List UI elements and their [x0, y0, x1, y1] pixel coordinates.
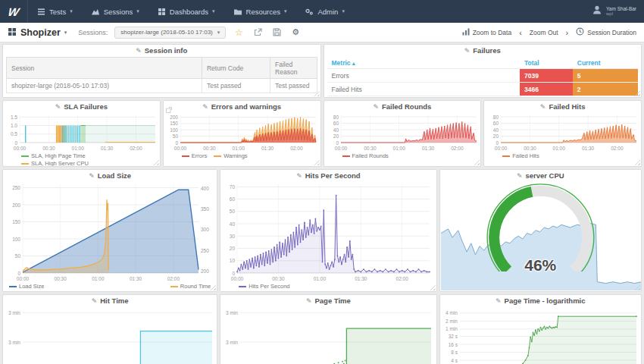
- svg-text:00:00: 00:00: [334, 146, 347, 151]
- svg-text:10: 10: [230, 258, 236, 263]
- edit-icon[interactable]: ✎: [92, 297, 98, 305]
- edit-icon[interactable]: ✎: [136, 47, 142, 55]
- session-info-table: Session Return Code Failed Reason shopiz…: [6, 57, 317, 93]
- hit-time-chart[interactable]: 3 min3 min2 min: [3, 306, 217, 364]
- svg-text:00:30: 00:30: [273, 276, 286, 281]
- svg-text:20: 20: [230, 246, 236, 251]
- popout-icon[interactable]: [166, 102, 172, 116]
- load-size-panel: ✎Load Size 05010015020025020025030035040…: [2, 169, 217, 292]
- legend-item[interactable]: Round Time: [170, 283, 211, 290]
- legend-item[interactable]: Errors: [182, 152, 207, 159]
- legend-item[interactable]: Failed Hits: [502, 152, 539, 159]
- legend-item[interactable]: Load Size: [9, 283, 44, 290]
- svg-text:200: 200: [201, 268, 209, 274]
- svg-text:200: 200: [12, 202, 20, 208]
- table-row[interactable]: Errors 7039 5: [327, 69, 639, 83]
- user-menu[interactable]: Yam Shal-Bar wpl: [584, 0, 644, 23]
- panel-title: server CPU: [525, 171, 564, 180]
- col-current[interactable]: Current: [573, 57, 638, 69]
- edit-icon[interactable]: ✎: [202, 103, 208, 111]
- legend-item[interactable]: Warnings: [214, 152, 247, 159]
- svg-text:01:00: 01:00: [92, 276, 105, 281]
- edit-icon[interactable]: ✎: [306, 297, 312, 305]
- return-code-cell: Test passed: [202, 79, 270, 93]
- chevron-down-icon: ▾: [342, 8, 345, 14]
- app-logo[interactable]: W: [0, 0, 28, 23]
- svg-text:80: 80: [333, 115, 339, 120]
- session-duration-button[interactable]: Session Duration: [576, 27, 636, 37]
- col-metric[interactable]: Metric ▴: [327, 57, 521, 69]
- panel-title: Session info: [145, 46, 187, 55]
- svg-text:50: 50: [173, 133, 179, 139]
- svg-text:50: 50: [15, 253, 21, 259]
- load-size-chart[interactable]: 05010015020025020025030035040000:0000:30…: [3, 181, 217, 282]
- clock-icon: [576, 27, 584, 37]
- svg-text:00:00: 00:00: [174, 146, 187, 151]
- svg-text:00:30: 00:30: [203, 146, 216, 151]
- zoom-to-data-label: Zoom to Data: [473, 29, 512, 36]
- legend-item[interactable]: SLA, High Page Time: [21, 152, 86, 159]
- svg-text:100: 100: [170, 127, 178, 133]
- edit-icon[interactable]: ✎: [464, 47, 470, 55]
- zoom-out-button[interactable]: Zoom Out: [530, 29, 558, 36]
- hits-per-second-chart[interactable]: 01020304050607000:0000:3001:0001:3002:00: [220, 181, 436, 282]
- current-cell: 2: [573, 83, 638, 96]
- menu-sessions[interactable]: Sessions ▾: [82, 0, 148, 23]
- legend-item[interactable]: SLA, High Server CPU: [21, 160, 89, 167]
- legend-item[interactable]: Hits Per Second: [239, 283, 289, 290]
- menu-dashboards[interactable]: Dashboards ▾: [148, 0, 224, 23]
- edit-icon[interactable]: ✎: [373, 103, 379, 111]
- table-row[interactable]: Failed Hits 3466 2: [327, 83, 639, 96]
- menu-admin[interactable]: Admin ▾: [295, 0, 353, 23]
- errors-warnings-chart[interactable]: 05010015020000:0000:3001:0001:3002:00: [164, 112, 320, 152]
- session-info-panel: ✎Session info Session Return Code Failed…: [2, 44, 321, 98]
- chevron-right-icon[interactable]: ›: [566, 29, 569, 36]
- edit-icon[interactable]: ✎: [517, 172, 523, 180]
- svg-text:150: 150: [12, 219, 20, 224]
- svg-text:00:00: 00:00: [17, 276, 30, 281]
- table-row[interactable]: shopizer-large (2018-05-10 17:03) Test p…: [7, 79, 317, 93]
- legend-item[interactable]: Failed Rounds: [342, 152, 389, 159]
- total-cell: 7039: [520, 69, 573, 83]
- menu-resources[interactable]: Resources ▾: [224, 0, 296, 23]
- svg-text:3 min: 3 min: [8, 340, 20, 345]
- edit-icon[interactable]: ✎: [55, 103, 61, 111]
- main-menu: Tests ▾ Sessions ▾ Dashboards ▾ Resource…: [28, 0, 354, 23]
- gear-icon[interactable]: ⚙: [289, 28, 302, 36]
- failed-rounds-chart[interactable]: 02040608000:0000:3001:0001:3002:00: [324, 112, 481, 152]
- svg-text:3 min: 3 min: [226, 340, 238, 345]
- svg-text:300: 300: [201, 227, 209, 232]
- svg-text:01:30: 01:30: [101, 146, 114, 151]
- session-select[interactable]: shopizer-large (2018-05-10 17:03) ▾: [114, 27, 226, 39]
- svg-text:02:00: 02:00: [130, 146, 142, 151]
- menu-tests[interactable]: Tests ▾: [28, 0, 82, 23]
- chevron-down-icon: ▾: [212, 8, 215, 14]
- edit-icon[interactable]: ✎: [496, 297, 502, 305]
- menu-label: Admin: [317, 8, 338, 16]
- page-time-chart[interactable]: 3 min3 min2 min: [220, 306, 436, 364]
- export-icon[interactable]: [252, 28, 264, 36]
- zoom-to-data-button[interactable]: Zoom to Data: [462, 28, 512, 37]
- svg-text:01:00: 01:00: [314, 276, 327, 281]
- edit-icon[interactable]: ✎: [296, 172, 302, 180]
- svg-text:2 min: 2 min: [445, 318, 458, 324]
- edit-icon[interactable]: ✎: [89, 172, 95, 180]
- svg-text:00:30: 00:30: [364, 146, 377, 151]
- dashboard-switcher[interactable]: Shopizer ▾: [8, 26, 67, 39]
- edit-icon[interactable]: ✎: [540, 103, 546, 111]
- hits-per-second-panel: ✎Hits Per Second 01020304050607000:0000:…: [220, 169, 436, 292]
- col-total[interactable]: Total: [520, 57, 573, 69]
- svg-text:01:00: 01:00: [553, 146, 566, 151]
- svg-text:01:30: 01:30: [130, 276, 142, 281]
- save-icon[interactable]: [270, 28, 283, 36]
- panel-title: SLA Failures: [64, 102, 108, 111]
- sla-failures-chart[interactable]: 00.51.01.500:0000:3001:0001:3002:00: [3, 112, 160, 152]
- svg-text:60: 60: [333, 121, 339, 126]
- page-time-log-panel: ✎Page Time - logarithmic 4 min2 min1 min…: [439, 294, 642, 364]
- list-icon: [37, 8, 45, 16]
- favorite-star-icon[interactable]: ☆: [233, 28, 245, 37]
- page-time-log-chart[interactable]: 4 min2 min1 min32 s16 s8 s4 s2 s: [440, 306, 641, 364]
- failed-hits-chart[interactable]: 02040608000:0000:3001:0001:3002:00: [484, 112, 641, 152]
- chevron-left-icon[interactable]: ‹: [519, 29, 522, 36]
- svg-text:01:00: 01:00: [72, 146, 85, 151]
